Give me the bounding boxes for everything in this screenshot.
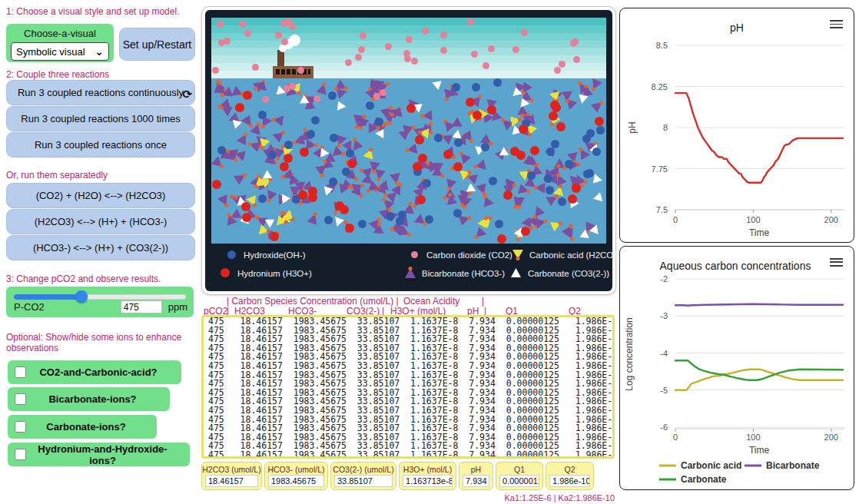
visual-select[interactable]: Symbolic visual ⌄: [11, 42, 109, 61]
legend-label: Carbon dioxide (CO2): [426, 250, 512, 260]
particle: [406, 36, 413, 43]
monitor-label: pH: [459, 465, 493, 474]
hydronium-icon: [221, 268, 231, 278]
particle: [231, 120, 242, 131]
particle: [334, 99, 347, 111]
switch-carbonate[interactable]: Carbonate-ions?: [8, 415, 157, 439]
particle: [572, 38, 579, 45]
particle: [586, 129, 595, 138]
particle: [562, 91, 572, 101]
particle: [434, 134, 443, 142]
reaction3-button[interactable]: (HCO3-) <--> (H+) + (CO3(2-)): [6, 235, 195, 260]
reaction1-button[interactable]: (CO2) + (H2O) <--> (H2CO3): [6, 183, 195, 208]
particle: [559, 61, 565, 68]
checkbox-icon[interactable]: [15, 366, 26, 378]
particle: [233, 171, 247, 185]
svg-text:8.5: 8.5: [656, 41, 668, 50]
run-1000-button[interactable]: Run 3 coupled reactions 1000 times: [6, 106, 195, 131]
svg-text:7.75: 7.75: [652, 164, 668, 174]
smoke-puff: [289, 35, 300, 46]
svg-text:pH: pH: [730, 22, 744, 34]
particle: [521, 227, 530, 236]
particle: [565, 160, 573, 168]
svg-text:-4: -4: [660, 349, 668, 358]
particle: [316, 82, 329, 94]
particle: [517, 96, 529, 108]
switch-label: Bicarbonate-ions?: [26, 393, 170, 405]
checkbox-icon[interactable]: [15, 449, 26, 460]
particle: [483, 62, 489, 69]
svg-text:-6: -6: [660, 423, 668, 432]
monitor-value: 0.00000125: [499, 475, 539, 487]
carbonic-acid-icon: [512, 250, 523, 260]
carbonate-icon: [511, 268, 522, 278]
particle: [328, 91, 337, 100]
monitor-label: Q1: [496, 465, 542, 474]
particle: [307, 212, 320, 225]
particle: [466, 98, 475, 107]
svg-text:Carbonate: Carbonate: [681, 474, 727, 485]
header-carbon-species: | Carbon Species Concentration (umol/L) …: [227, 296, 399, 307]
particle: [386, 212, 394, 220]
particle: [345, 59, 352, 66]
particle: [493, 78, 502, 87]
separate-heading: Or, run them separatedly: [6, 170, 194, 181]
monitor-label: Q2: [546, 465, 593, 474]
particle: [335, 215, 345, 227]
svg-text:100: 100: [746, 433, 760, 442]
monitor-h2co3: H2CO3 (umol/L) 18.46157: [201, 462, 262, 490]
particle: [453, 162, 463, 171]
particle: [480, 194, 494, 207]
reaction2-button[interactable]: (H2CO3) <--> (H+) + (HCO3-): [6, 209, 195, 234]
monitor-label: H2CO3 (umol/L): [202, 465, 261, 474]
particle: [273, 128, 287, 143]
slider-track[interactable]: [14, 294, 186, 300]
checkbox-icon[interactable]: [15, 393, 26, 405]
particle: [270, 232, 279, 241]
particle: [418, 154, 427, 163]
particle: [275, 32, 282, 38]
particle: [345, 224, 354, 233]
species-output-area[interactable]: 475 18.46157 1983.45675 33.85107 1.1637E…: [201, 315, 615, 459]
particle: [373, 224, 384, 234]
particle: [415, 135, 424, 144]
plot-menu-icon[interactable]: [830, 258, 843, 267]
particle: [373, 93, 380, 100]
particle: [297, 67, 304, 74]
setup-restart-button[interactable]: Set up/Restart: [119, 28, 195, 61]
particle: [384, 190, 396, 203]
particle: [514, 197, 525, 207]
particle: [495, 220, 503, 228]
particle: [311, 116, 320, 124]
particle: [471, 51, 478, 58]
monitor-q1: Q1 0.00000125: [496, 462, 543, 490]
particle: [583, 170, 592, 178]
checkbox-icon[interactable]: [15, 421, 26, 433]
slider-fill: [14, 294, 81, 300]
run-once-button[interactable]: Run 3 coupled reactions once: [6, 132, 195, 158]
switch-co2-carbonic[interactable]: CO2-and-Carbonic-acid?: [8, 360, 181, 384]
species-table-header: | Carbon Species Concentration (umol/L) …: [201, 296, 615, 315]
simulation-frame: Hydroxide(OH-) Carbon dioxide (CO2) Carb…: [201, 6, 616, 295]
particle: [313, 95, 320, 102]
run-continuous-button[interactable]: Run 3 coupled reactions continuously ⟳: [6, 80, 195, 105]
particle: [282, 193, 291, 204]
switch-hydronium-hydroxide[interactable]: Hydronium-and-Hydroxide-ions?: [8, 443, 190, 466]
particle: [593, 191, 605, 202]
monitor-value: 7.934: [463, 475, 489, 487]
slider-label: P-CO2: [14, 301, 45, 313]
particle: [329, 177, 337, 186]
simulation-view[interactable]: [211, 18, 606, 244]
plot-menu-icon[interactable]: [830, 20, 843, 28]
particle: [358, 220, 366, 228]
svg-text:8.25: 8.25: [652, 82, 668, 91]
particle: [241, 202, 250, 211]
legend-label: Hydroxide(OH-): [244, 250, 306, 260]
particle: [355, 54, 362, 61]
particle: [444, 194, 456, 206]
step1-heading: 1: Choose a visual style and set up mode…: [6, 6, 194, 17]
slider-value-field[interactable]: 475: [121, 300, 162, 313]
monitor-value: 1.986e-10: [549, 475, 590, 487]
switch-bicarbonate[interactable]: Bicarbonate-ions?: [8, 387, 170, 411]
particle: [472, 83, 480, 91]
